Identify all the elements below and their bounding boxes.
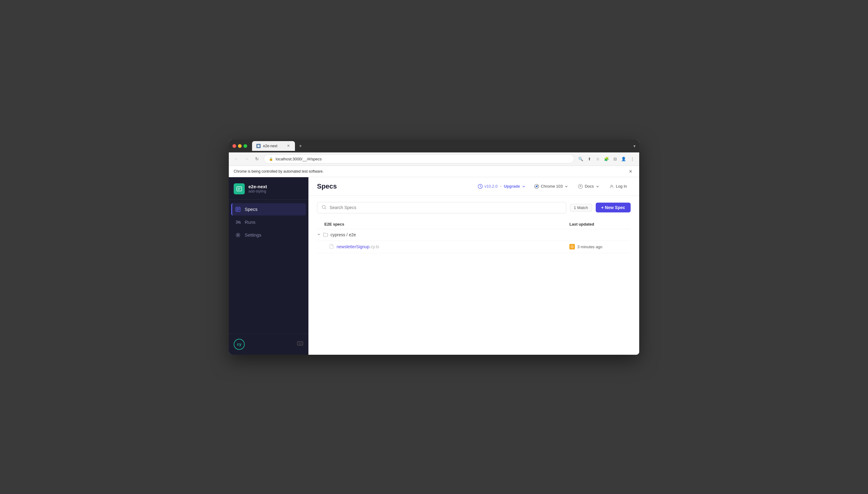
browser-tab[interactable]: e2e-next ✕ [252,141,295,151]
chrome-icon [534,184,539,189]
sidebar-footer: cy [229,334,309,355]
upgrade-link[interactable]: Upgrade [504,184,520,189]
profile-icon[interactable]: 👤 [620,155,627,162]
chevron-down-icon[interactable] [317,233,321,237]
specs-label: Specs [245,207,258,212]
match-count-badge: 1 Match [570,204,592,211]
col-name-header: E2E specs [324,222,565,227]
sidebar-item-runs[interactable]: Runs [231,216,306,228]
new-tab-button[interactable]: + [296,142,305,150]
back-button[interactable]: ← [233,155,240,163]
version-chevron-icon [522,185,525,188]
header-actions: v10.2.0 • Upgrade [475,182,631,191]
app-name: e2e-next [248,184,267,189]
search-input[interactable] [330,205,562,210]
search-icon[interactable]: 🔍 [577,155,584,162]
app-layout: e2e-next add-styling Specs [229,177,639,355]
spec-name: newsletterSignup.cy.ts [337,244,569,249]
search-area: 1 Match + New Spec [309,196,639,220]
browser-label: Chrome 103 [541,184,563,189]
spec-updated: 3 minutes ago [569,244,631,249]
address-input[interactable]: 🔒 localhost:3000/__/#/specs [264,154,574,164]
spec-file-row[interactable]: newsletterSignup.cy.ts 3 minutes ago [317,241,631,253]
notification-close-button[interactable]: ✕ [627,168,634,174]
window-controls: ▾ [633,144,635,149]
minimize-button[interactable] [238,144,242,148]
version-text: v10.2.0 [484,184,498,189]
sidebar-nav: Specs Runs [229,200,309,334]
docs-label: Docs [585,184,594,189]
sidebar-item-specs[interactable]: Specs [231,203,306,215]
docs-icon [578,184,583,189]
traffic-lights [233,144,247,148]
spec-name-link: newsletterSignup [337,244,369,249]
bookmark-icon[interactable]: ☆ [594,155,601,162]
svg-rect-9 [297,342,303,345]
cypress-logo: cy [234,339,245,350]
title-bar: e2e-next ✕ + ▾ [229,139,639,152]
runs-label: Runs [245,220,255,225]
forward-button[interactable]: → [243,155,250,163]
lock-icon: 🔒 [269,157,273,161]
tab-bar: e2e-next ✕ + [252,141,631,151]
docs-chevron-icon [596,185,599,188]
spec-updated-text: 3 minutes ago [577,245,603,249]
svg-point-0 [257,145,260,147]
docs-button[interactable]: Docs [574,182,603,191]
settings-icon [235,232,241,238]
extensions-icon[interactable]: 🧩 [603,155,610,162]
page-title: Specs [317,183,470,190]
sidebar-item-settings[interactable]: Settings [231,229,306,241]
url-text: localhost:3000/__/#/specs [276,157,321,161]
browser-selector-button[interactable]: Chrome 103 [531,182,572,191]
new-spec-button[interactable]: + New Spec [596,203,631,212]
folder-name: cypress / e2e [331,232,356,237]
tab-title: e2e-next [263,144,283,148]
notification-text: Chrome is being controlled by automated … [234,169,324,173]
login-icon [609,184,614,189]
specs-table-header: E2E specs Last updated [317,220,631,229]
close-button[interactable] [233,144,236,148]
svg-line-7 [240,223,241,224]
menu-icon[interactable]: ⋮ [629,155,635,162]
version-badge[interactable]: v10.2.0 • Upgrade [475,183,528,190]
specs-icon [235,206,241,212]
settings-label: Settings [245,232,261,238]
maximize-button[interactable] [243,144,247,148]
main-content: Specs v10.2.0 • Upgrade [309,177,639,355]
file-icon [329,244,334,250]
sidebar-toggle-icon[interactable]: ⊟ [612,155,618,162]
app-info: e2e-next add-styling [248,184,267,193]
login-button[interactable]: Log In [606,182,631,191]
sidebar-header: e2e-next add-styling [229,177,309,200]
browser-chevron-icon [565,185,568,188]
login-label: Log In [616,184,627,189]
notification-bar: Chrome is being controlled by automated … [229,166,639,177]
svg-rect-1 [237,187,242,191]
search-box [317,202,566,213]
search-icon [321,205,327,211]
runs-icon [235,219,241,225]
content-header: Specs v10.2.0 • Upgrade [309,177,639,196]
browser-toolbar: 🔍 ⬆ ☆ 🧩 ⊟ 👤 ⋮ [577,155,635,162]
share-icon[interactable]: ⬆ [586,155,593,162]
app-icon [234,183,245,194]
reload-button[interactable]: ↻ [253,155,261,163]
folder-row[interactable]: cypress / e2e [317,229,631,241]
keyboard-shortcut-icon[interactable] [297,340,303,348]
app-subtitle: add-styling [248,189,267,193]
clock-icon [569,244,575,249]
svg-point-8 [237,234,239,236]
tab-favicon [256,144,261,148]
tab-close-icon[interactable]: ✕ [286,144,291,149]
col-updated-header: Last updated [569,222,631,227]
address-bar: ← → ↻ 🔒 localhost:3000/__/#/specs 🔍 ⬆ ☆ … [229,152,639,166]
specs-table: E2E specs Last updated cyp [309,220,639,355]
folder-icon [323,232,328,238]
sidebar: e2e-next add-styling Specs [229,177,309,355]
spec-ext: .cy.ts [369,244,379,249]
